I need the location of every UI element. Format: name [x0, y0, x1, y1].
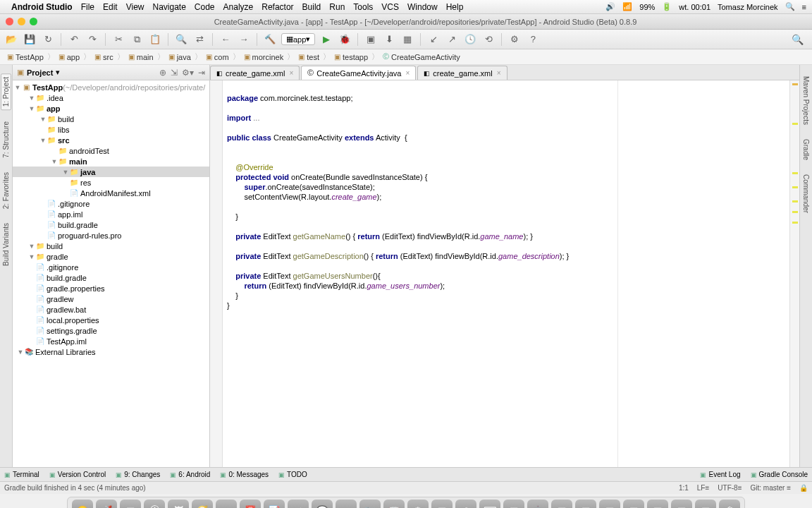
run-config-selector[interactable]: ▦ app ▾ — [281, 33, 315, 45]
crumb-morcinek[interactable]: ▣morcinek — [241, 53, 287, 61]
menu-tools[interactable]: Tools — [353, 2, 373, 12]
settings-icon[interactable]: ⚙▾ — [182, 68, 194, 78]
tree-node[interactable]: 📄build.gradle — [13, 272, 209, 283]
menu-navigate[interactable]: Navigate — [152, 2, 185, 12]
tooltab-gradle[interactable]: Gradle — [801, 136, 811, 163]
tree-node[interactable]: 📄proguard-rules.pro — [13, 230, 209, 241]
close-tab-icon[interactable]: × — [497, 69, 501, 77]
tooltab-event-log[interactable]: ▣Event Log — [700, 471, 740, 478]
tree-node[interactable]: 📄.gitignore — [13, 198, 209, 209]
editor-tab[interactable]: ◧create_game.xml× — [417, 66, 507, 80]
lock-icon[interactable]: 🔒 — [799, 484, 808, 492]
hide-icon[interactable]: ⇥ — [198, 68, 205, 78]
menu-vcs[interactable]: VCS — [381, 2, 399, 12]
tooltab-structure[interactable]: 7: Structure — [1, 119, 11, 161]
tooltab-version-control[interactable]: ▣Version Control — [49, 471, 106, 478]
tree-node[interactable]: ▼📁.idea — [13, 92, 209, 103]
dock-notes-icon[interactable]: 📝 — [264, 500, 285, 508]
scroll-from-source-icon[interactable]: ⊕ — [159, 68, 166, 78]
tree-node[interactable]: ▼📁src — [13, 135, 209, 145]
crumb-src[interactable]: ▣src — [92, 53, 116, 61]
tree-node[interactable]: 📄settings.gradle — [13, 325, 209, 336]
sync-icon[interactable]: ↻ — [41, 32, 55, 47]
make-icon[interactable]: 🔨 — [263, 32, 277, 47]
dock-finder-icon[interactable]: 😊 — [72, 500, 93, 508]
tooltab-messages[interactable]: ▣0: Messages — [220, 471, 269, 478]
dock-app-icon[interactable]: ▣ — [575, 500, 596, 508]
help-icon[interactable]: ? — [526, 32, 540, 47]
tree-node[interactable]: 📄gradle.properties — [13, 283, 209, 294]
tree-node[interactable]: 📄build.gradle — [13, 219, 209, 230]
tree-node[interactable]: 📄gradlew.bat — [13, 304, 209, 315]
vcs-commit-icon[interactable]: ↗ — [445, 32, 459, 47]
tree-node[interactable]: 📁androidTest — [13, 145, 209, 156]
menu-icon[interactable]: ≡ — [802, 3, 806, 11]
paste-icon[interactable]: 📋 — [148, 32, 162, 47]
menu-run[interactable]: Run — [329, 2, 345, 12]
crumb-com[interactable]: ▣com — [203, 53, 232, 61]
tree-node[interactable]: 📄TestApp.iml — [13, 336, 209, 346]
menu-build[interactable]: Build — [302, 2, 321, 12]
dock-preview-icon[interactable]: 🖼 — [168, 500, 189, 508]
run-icon[interactable]: ▶ — [319, 32, 333, 47]
menu-view[interactable]: View — [126, 2, 144, 12]
tooltab-commander[interactable]: Commander — [801, 171, 811, 216]
settings-icon[interactable]: ⚙ — [508, 32, 522, 47]
tree-node[interactable]: 📁libs — [13, 124, 209, 135]
dock-itunes-icon[interactable]: ♫ — [336, 500, 357, 508]
menu-window[interactable]: Window — [407, 2, 438, 12]
menu-help[interactable]: Help — [446, 2, 464, 12]
dock-app-icon[interactable]: ▣ — [671, 500, 692, 508]
dock-trash-icon[interactable]: 🗑 — [719, 500, 740, 508]
tooltab-project[interactable]: 1: Project — [1, 73, 11, 110]
dock-safari-icon[interactable]: 🧭 — [192, 500, 213, 508]
crumb-test[interactable]: ▣test — [295, 53, 322, 61]
dock-app-icon[interactable]: ▣ — [623, 500, 644, 508]
tooltab-todo[interactable]: ▣TODO — [278, 471, 307, 478]
line-separator[interactable]: LF≡ — [697, 484, 710, 492]
battery-icon[interactable]: 🔋 — [662, 2, 672, 11]
debug-icon[interactable]: 🐞 — [338, 32, 352, 47]
crumb-main[interactable]: ▣main — [125, 53, 156, 61]
dock-appstore-icon[interactable]: Ⓐ — [144, 500, 165, 508]
dock-terminal-icon[interactable]: ⌨ — [479, 500, 500, 508]
crumb-root[interactable]: ▣TestApp — [4, 53, 47, 61]
tooltab-favorites[interactable]: 2: Favorites — [1, 169, 11, 212]
vcs-revert-icon[interactable]: ⟲ — [481, 32, 496, 47]
open-icon[interactable]: 📂 — [4, 32, 18, 47]
dock-calendar-icon[interactable]: 📅 — [240, 500, 261, 508]
dock-app-icon[interactable]: ⚙ — [407, 500, 429, 508]
tree-node[interactable]: 📄app.iml — [13, 209, 209, 219]
tree-node[interactable]: 📄AndroidManifest.xml — [13, 188, 209, 198]
tree-node[interactable]: ▼📁gradle — [13, 251, 209, 262]
user-name[interactable]: Tomasz Morcinek — [718, 3, 778, 11]
sdk-icon[interactable]: ⬇ — [382, 32, 396, 47]
caret-position[interactable]: 1:1 — [679, 484, 689, 492]
zoom-window-button[interactable] — [30, 18, 37, 25]
tree-node[interactable]: 📁res — [13, 177, 209, 188]
copy-icon[interactable]: ⧉ — [130, 32, 144, 47]
vcs-history-icon[interactable]: 🕓 — [463, 32, 477, 47]
save-icon[interactable]: 💾 — [23, 32, 37, 47]
dock-app-icon[interactable]: ▣ — [431, 500, 453, 508]
avd-icon[interactable]: ▣ — [364, 32, 378, 47]
crumb-class[interactable]: ⒸCreateGameActivity — [380, 52, 463, 61]
minimize-window-button[interactable] — [18, 18, 25, 25]
vcs-update-icon[interactable]: ↙ — [426, 32, 441, 47]
dock-chrome-icon[interactable]: ◉ — [455, 500, 476, 508]
tree-node[interactable]: 📄.gitignore — [13, 262, 209, 272]
redo-icon[interactable]: ↷ — [85, 32, 99, 47]
tree-node[interactable]: 📄gradlew — [13, 294, 209, 304]
git-branch[interactable]: Git: master ≡ — [750, 484, 791, 492]
menu-code[interactable]: Code — [195, 2, 215, 12]
crumb-testapp[interactable]: ▣testapp — [331, 53, 371, 61]
undo-icon[interactable]: ↶ — [67, 32, 81, 47]
app-name[interactable]: Android Studio — [11, 2, 73, 12]
code-editor[interactable]: package com.morcinek.test.testapp; impor… — [223, 80, 789, 467]
menu-refactor[interactable]: Refactor — [262, 2, 293, 12]
dock-reminders-icon[interactable]: ✓ — [288, 500, 309, 508]
tree-root[interactable]: ▼ ▣ TestApp (~/Developer/android/reposit… — [13, 82, 209, 92]
tree-node[interactable]: ▼📚External Libraries — [13, 346, 209, 357]
back-icon[interactable]: ← — [219, 32, 233, 47]
wifi-icon[interactable]: 📶 — [622, 2, 632, 11]
